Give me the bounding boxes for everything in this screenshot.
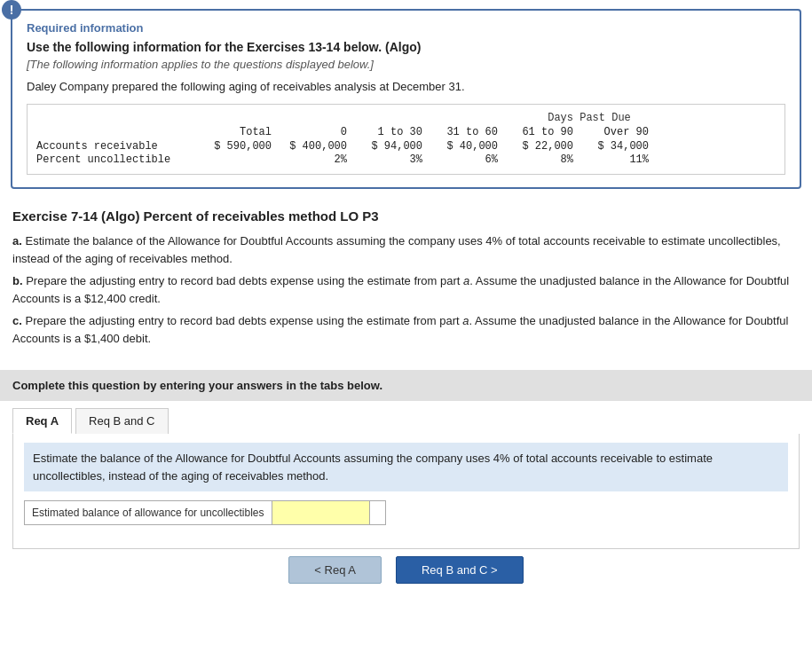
- ar-0: $ 400,000: [272, 140, 347, 153]
- tab-description: Estimate the balance of the Allowance fo…: [24, 443, 788, 491]
- complete-bar: Complete this question by entering your …: [0, 370, 812, 401]
- exercise-info-title: Use the following information for the Ex…: [27, 40, 785, 54]
- daley-text: Daley Company prepared the following agi…: [27, 80, 785, 93]
- ar-31to60: $ 40,000: [422, 140, 498, 153]
- exercise-heading: Exercise 7-14 (Algo) Percent of receivab…: [12, 208, 800, 224]
- exercise-part-a: a. Estimate the balance of the Allowance…: [12, 232, 800, 267]
- part-a-letter: a.: [12, 234, 25, 248]
- prev-button[interactable]: < Req A: [288, 556, 382, 584]
- col-header-1to30: 1 to 30: [347, 126, 422, 138]
- exercise-section: Exercise 7-14 (Algo) Percent of receivab…: [0, 200, 812, 361]
- info-icon: !: [2, 0, 21, 20]
- pct-over90: 11%: [573, 153, 649, 166]
- italic-note: [The following information applies to th…: [27, 58, 785, 71]
- col-header-over90: Over 90: [573, 126, 649, 138]
- col-header-0: 0: [272, 126, 347, 138]
- col-header-31to60: 31 to 60: [422, 126, 498, 138]
- tab-req-bc[interactable]: Req B and C: [75, 408, 168, 434]
- input-row: Estimated balance of allowance for uncol…: [24, 500, 788, 525]
- tabs-area: Req A Req B and C: [0, 401, 812, 434]
- input-cursor-indicator: [370, 500, 386, 525]
- part-b-letter: b.: [12, 274, 26, 287]
- ar-61to90: $ 22,000: [498, 140, 573, 153]
- exercise-part-c: c. Prepare the adjusting entry to record…: [12, 312, 800, 347]
- row-label-ar: Accounts receivable: [36, 140, 196, 153]
- row-label-pct: Percent uncollectible: [36, 153, 196, 166]
- ar-over90: $ 34,000: [573, 140, 649, 153]
- col-header-61to90: 61 to 90: [498, 126, 573, 138]
- table-row: Percent uncollectible 2% 3% 6% 8% 11%: [36, 153, 776, 166]
- info-box: ! Required information Use the following…: [11, 9, 801, 189]
- exercise-part-b: b. Prepare the adjusting entry to record…: [12, 272, 800, 307]
- aging-col-headers: Total 0 1 to 30 31 to 60 61 to 90 Over 9…: [36, 126, 776, 138]
- days-past-due-label: Days Past Due: [403, 112, 776, 124]
- pct-1to30: 3%: [347, 153, 422, 166]
- next-button[interactable]: Req B and C >: [396, 556, 524, 584]
- aging-table: Days Past Due Total 0 1 to 30 31 to 60 6…: [27, 104, 785, 175]
- table-row: Accounts receivable $ 590,000 $ 400,000 …: [36, 140, 776, 153]
- pct-61to90: 8%: [498, 153, 573, 166]
- allowance-input[interactable]: [272, 500, 370, 525]
- required-label: Required information: [27, 21, 785, 35]
- part-b-text: Prepare the adjusting entry to record ba…: [12, 274, 789, 305]
- tab-content: Estimate the balance of the Allowance fo…: [12, 434, 800, 549]
- pct-31to60: 6%: [422, 153, 498, 166]
- col-header-total: Total: [196, 126, 272, 138]
- tab-req-a[interactable]: Req A: [12, 408, 72, 434]
- ar-total: $ 590,000: [196, 140, 272, 153]
- bottom-nav: < Req A Req B and C >: [0, 549, 812, 591]
- part-c-text: Prepare the adjusting entry to record ba…: [12, 314, 788, 345]
- ar-1to30: $ 94,000: [347, 140, 422, 153]
- part-c-letter: c.: [12, 314, 25, 327]
- pct-0: 2%: [272, 153, 347, 166]
- input-label: Estimated balance of allowance for uncol…: [24, 500, 272, 525]
- part-a-text: Estimate the balance of the Allowance fo…: [12, 234, 781, 265]
